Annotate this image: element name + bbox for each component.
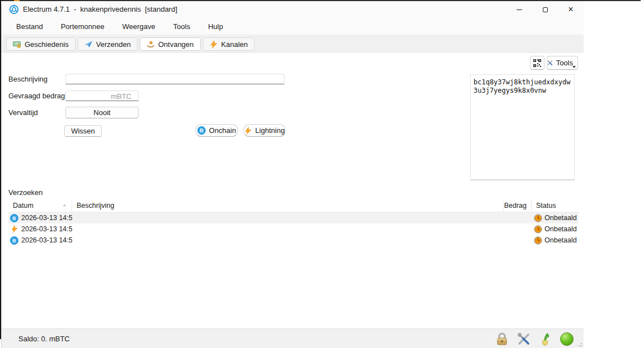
request-status: Onbetaald — [544, 225, 577, 233]
description-label: Beschrijving — [8, 75, 48, 83]
seed-icon[interactable] — [538, 332, 552, 346]
close-button[interactable]: × — [558, 1, 584, 18]
status-pending-clock-icon — [534, 236, 542, 245]
amount-input[interactable] — [65, 90, 139, 101]
menu-portemonnee[interactable]: Portemonnee — [55, 20, 110, 33]
header-label: Datum — [13, 202, 34, 209]
request-status: Onbetaald — [544, 236, 577, 244]
requests-table-header: Datum ^ Beschrijving Bedrag Status — [8, 199, 579, 212]
bitcoin-icon: B — [10, 214, 19, 222]
tab-label: Ontvangen — [158, 40, 194, 49]
clear-button[interactable]: Wissen — [64, 125, 102, 137]
expiry-button[interactable]: Nooit — [65, 107, 139, 118]
tab-label: Geschiedenis — [25, 40, 69, 49]
header-label: Status — [536, 202, 556, 209]
window-controls: × — [506, 1, 584, 18]
channels-icon — [210, 40, 218, 49]
tab-kanalen[interactable]: Kanalen — [203, 37, 255, 51]
request-datum: 2026-03-13 14:55 — [21, 236, 72, 244]
menu-weergave[interactable]: Weergave — [117, 20, 161, 33]
lightning-button[interactable]: Lightning — [243, 124, 286, 137]
menu-hulp[interactable]: Hulp — [202, 20, 229, 33]
menu-tools[interactable]: Tools — [168, 20, 196, 33]
lock-icon[interactable] — [495, 332, 509, 346]
electrum-logo-icon — [9, 4, 19, 15]
preferences-tools-icon[interactable] — [517, 332, 531, 346]
maximize-button[interactable] — [532, 1, 558, 18]
minimize-button[interactable] — [506, 1, 532, 18]
onchain-button[interactable]: B Onchain — [195, 124, 238, 137]
status-pending-clock-icon — [534, 225, 542, 234]
statusbar: Saldo: 0. mBTC — [2, 328, 584, 348]
amount-label: Gevraagd bedrag — [8, 92, 65, 100]
window-title: Electrum 4.7.1 - knakenprivedennis [stan… — [23, 5, 177, 13]
lightning-icon — [244, 127, 252, 135]
qr-code-icon — [533, 59, 541, 67]
tools-button-label: Tools — [556, 59, 573, 67]
lightning-icon — [11, 225, 18, 233]
receive-address[interactable]: bc1q8y37wj8kthjuedxdxydw3u3j7yegys9k8x0v… — [470, 74, 575, 180]
tab-ontvangen[interactable]: Ontvangen — [140, 37, 201, 51]
request-row[interactable]: 2026-03-13 14:56 Onbetaald — [8, 223, 579, 235]
receive-icon — [146, 40, 155, 49]
statusbar-icons — [495, 332, 574, 346]
amount-field: mBTC — [65, 90, 139, 101]
qr-code-button[interactable] — [530, 56, 544, 70]
bitcoin-icon: B — [10, 214, 18, 222]
maximize-icon — [543, 7, 548, 12]
tab-geschiedenis[interactable]: Geschiedenis — [6, 37, 75, 51]
bitcoin-icon: B — [10, 236, 18, 245]
requests-rows: B 2026-03-13 14:56 Onbetaald 2026-03-13 … — [8, 212, 579, 246]
chevron-down-icon — [572, 66, 576, 68]
menu-bestand[interactable]: Bestand — [11, 20, 49, 33]
menubar: Bestand Portemonnee Weergave Tools Hulp — [2, 18, 584, 35]
request-row[interactable]: B 2026-03-13 14:56 Onbetaald — [8, 212, 579, 223]
column-header-bedrag[interactable]: Bedrag — [504, 199, 532, 212]
bitcoin-icon: B — [197, 126, 206, 135]
request-datum: 2026-03-13 14:56 — [21, 225, 72, 233]
column-header-datum[interactable]: Datum ^ — [8, 199, 72, 212]
electrum-window: Electrum 4.7.1 - knakenprivedennis [stan… — [1, 1, 584, 348]
status-pending-clock-icon — [534, 214, 542, 222]
balance-label: Saldo: 0. mBTC — [18, 335, 70, 343]
titlebar: Electrum 4.7.1 - knakenprivedennis [stan… — [2, 1, 584, 18]
requests-section-label: Verzoeken — [8, 188, 42, 197]
request-status: Onbetaald — [544, 214, 577, 222]
receive-tools-button[interactable]: Tools — [547, 56, 578, 70]
close-icon: × — [568, 5, 573, 14]
description-input[interactable] — [65, 74, 285, 84]
request-datum: 2026-03-13 14:56 — [21, 214, 72, 222]
history-icon — [13, 40, 21, 49]
tab-label: Verzenden — [96, 40, 131, 49]
tabbar: Geschiedenis Verzenden O — [2, 35, 584, 53]
send-icon — [84, 40, 93, 49]
clear-label: Wissen — [71, 127, 95, 135]
expiry-label: Vervaltijd — [8, 108, 38, 117]
lightning-icon — [10, 225, 18, 234]
onchain-label: Onchain — [209, 126, 236, 135]
request-row[interactable]: B 2026-03-13 14:55 Onbetaald — [8, 235, 579, 246]
tab-verzenden[interactable]: Verzenden — [78, 37, 138, 51]
receive-panel: Beschrijving Gevraagd bedrag mBTC Verval… — [2, 53, 584, 328]
tab-label: Kanalen — [221, 40, 248, 49]
bitcoin-icon: B — [10, 236, 19, 245]
network-status-icon[interactable] — [560, 332, 574, 346]
expiry-value: Nooit — [93, 108, 110, 117]
header-label: Beschrijving — [77, 202, 114, 209]
lightning-label: Lightning — [255, 126, 285, 135]
resize-grip[interactable] — [577, 342, 582, 346]
sort-ascending-icon: ^ — [63, 203, 66, 208]
column-header-beschrijving[interactable]: Beschrijving — [72, 199, 504, 212]
screen: Electrum 4.7.1 - knakenprivedennis [stan… — [0, 0, 644, 362]
minimize-icon — [517, 9, 522, 10]
column-header-status[interactable]: Status — [532, 199, 579, 212]
tools-icon — [547, 59, 553, 67]
requests-table: Datum ^ Beschrijving Bedrag Status B — [8, 199, 579, 246]
header-label: Bedrag — [504, 202, 527, 209]
